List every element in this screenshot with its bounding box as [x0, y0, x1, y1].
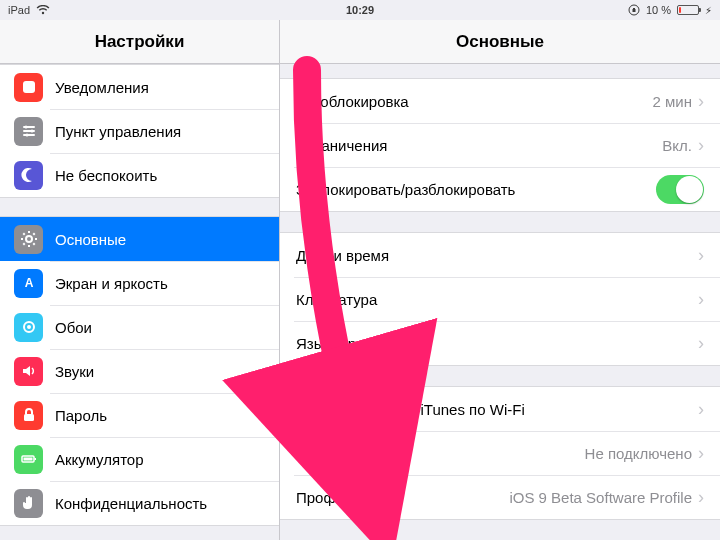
- svg-line-12: [23, 243, 24, 244]
- wallpaper-icon: [14, 313, 43, 342]
- sidebar-item-passcode[interactable]: Пароль: [0, 393, 279, 437]
- sidebar-item-control[interactable]: Пункт управления: [0, 109, 279, 153]
- detail-row-itunessync[interactable]: Синхронизация с iTunes по Wi-Fi›: [280, 387, 720, 431]
- sidebar-item-label: Основные: [55, 231, 265, 248]
- sidebar-item-wallpaper[interactable]: Обои: [0, 305, 279, 349]
- lock-icon: [14, 401, 43, 430]
- sidebar-item-label: Аккумулятор: [55, 451, 265, 468]
- svg-point-2: [24, 126, 27, 129]
- detail-row-autolock[interactable]: Автоблокировка2 мин›: [280, 79, 720, 123]
- battery-icon: [677, 5, 699, 15]
- chevron-right-icon: ›: [698, 334, 704, 352]
- display-icon: A: [14, 269, 43, 298]
- detail-row-locktoggle[interactable]: Заблокировать/разблокировать: [280, 167, 720, 211]
- battery-icon: [14, 445, 43, 474]
- status-bar: iPad 10:29 10 % ⚡︎: [0, 0, 720, 20]
- svg-line-13: [33, 233, 34, 234]
- detail-row-keyboard[interactable]: Клавиатура›: [280, 277, 720, 321]
- svg-rect-20: [23, 458, 32, 461]
- control-icon: [14, 117, 43, 146]
- sidebar-item-display[interactable]: AЭкран и яркость: [0, 261, 279, 305]
- sidebar-item-label: Уведомления: [55, 79, 265, 96]
- svg-rect-1: [23, 81, 35, 93]
- detail-row-langreg[interactable]: Язык и регион›: [280, 321, 720, 365]
- sidebar-item-label: Конфиденциальность: [55, 495, 265, 512]
- sidebar-item-label: Не беспокоить: [55, 167, 265, 184]
- sounds-icon: [14, 357, 43, 386]
- sidebar-item-label: Обои: [55, 319, 265, 336]
- detail-row-datetime[interactable]: Дата и время›: [280, 233, 720, 277]
- svg-point-4: [25, 134, 28, 137]
- detail-row-profile[interactable]: ПрофильiOS 9 Beta Software Profile›: [280, 475, 720, 519]
- detail-row-value: iOS 9 Beta Software Profile: [509, 489, 692, 506]
- sidebar-item-label: Экран и яркость: [55, 275, 265, 292]
- svg-point-16: [27, 325, 31, 329]
- svg-rect-19: [34, 458, 36, 460]
- chevron-right-icon: ›: [698, 400, 704, 418]
- chevron-right-icon: ›: [698, 92, 704, 110]
- detail-row-value: Не подключено: [585, 445, 692, 462]
- sidebar-item-general[interactable]: Основные: [0, 217, 279, 261]
- gear-icon: [14, 225, 43, 254]
- clock: 10:29: [0, 4, 720, 16]
- sidebar-item-label: Пароль: [55, 407, 265, 424]
- detail-row-label: Клавиатура: [296, 291, 698, 308]
- general-detail-pane[interactable]: Автоблокировка2 мин›ОграниченияВкл.›Забл…: [280, 64, 720, 540]
- header-bar: Настройки Основные: [0, 20, 720, 64]
- chevron-right-icon: ›: [698, 290, 704, 308]
- notifications-icon: [14, 73, 43, 102]
- sidebar-item-label: Звуки: [55, 363, 265, 380]
- chevron-right-icon: ›: [698, 136, 704, 154]
- detail-row-vpn[interactable]: VPNНе подключено›: [280, 431, 720, 475]
- svg-point-5: [26, 236, 32, 242]
- svg-rect-17: [24, 414, 34, 421]
- sidebar-item-privacy[interactable]: Конфиденциальность: [0, 481, 279, 525]
- svg-line-11: [33, 243, 34, 244]
- sidebar-item-battery[interactable]: Аккумулятор: [0, 437, 279, 481]
- svg-line-10: [23, 233, 24, 234]
- detail-row-label: VPN: [296, 445, 585, 462]
- chevron-right-icon: ›: [698, 246, 704, 264]
- toggle-locktoggle[interactable]: [656, 175, 704, 204]
- detail-row-label: Профиль: [296, 489, 509, 506]
- sidebar-item-notifications[interactable]: Уведомления: [0, 65, 279, 109]
- detail-row-label: Язык и регион: [296, 335, 698, 352]
- detail-title: Основные: [280, 20, 720, 63]
- settings-sidebar[interactable]: УведомленияПункт управленияНе беспокоить…: [0, 64, 280, 540]
- chevron-right-icon: ›: [698, 444, 704, 462]
- detail-row-label: Заблокировать/разблокировать: [296, 181, 648, 198]
- detail-row-label: Синхронизация с iTunes по Wi-Fi: [296, 401, 698, 418]
- moon-icon: [14, 161, 43, 190]
- sidebar-item-dnd[interactable]: Не беспокоить: [0, 153, 279, 197]
- chevron-right-icon: ›: [698, 488, 704, 506]
- detail-row-label: Автоблокировка: [296, 93, 653, 110]
- hand-icon: [14, 489, 43, 518]
- svg-text:A: A: [24, 276, 33, 290]
- detail-row-label: Дата и время: [296, 247, 698, 264]
- sidebar-item-sounds[interactable]: Звуки: [0, 349, 279, 393]
- detail-row-value: 2 мин: [653, 93, 693, 110]
- settings-title: Настройки: [0, 20, 280, 63]
- detail-row-restrict[interactable]: ОграниченияВкл.›: [280, 123, 720, 167]
- detail-row-label: Ограничения: [296, 137, 662, 154]
- detail-row-value: Вкл.: [662, 137, 692, 154]
- sidebar-item-label: Пункт управления: [55, 123, 265, 140]
- svg-point-3: [30, 130, 33, 133]
